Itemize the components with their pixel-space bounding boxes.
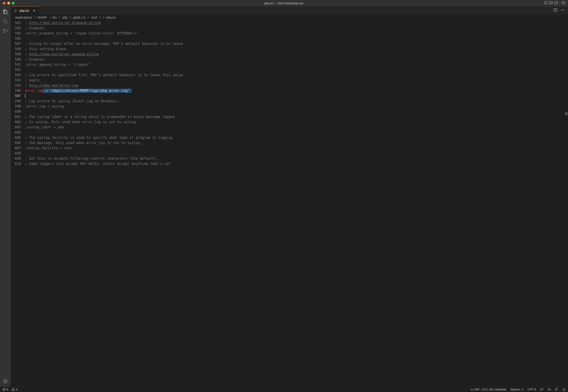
line-number: 595 [11, 83, 25, 88]
line-number: 594 [11, 78, 25, 83]
feedback-icon[interactable] [555, 388, 558, 391]
code-line[interactable]: 607;syslog.facility = user [11, 146, 568, 151]
code-line[interactable]: 592 [11, 67, 568, 73]
code-line[interactable]: 595; http://php.net/error-log [11, 83, 568, 88]
tab-bar: php.ini [11, 6, 568, 14]
minimap-viewport[interactable] [565, 112, 568, 115]
file-lines-icon [102, 16, 106, 19]
code-line[interactable]: 583; http://php.net/error-prepend-string [11, 20, 568, 26]
code-line[interactable]: 588; this setting blank. [11, 46, 568, 52]
chevron-right-icon [98, 16, 101, 19]
layout-right-icon[interactable] [554, 1, 558, 5]
line-number: 587 [11, 41, 25, 46]
line-content: ; Set this to disable filtering control … [25, 156, 158, 161]
search-icon[interactable] [2, 18, 9, 25]
breadcrumb-item[interactable]: conf [91, 16, 97, 19]
line-content: ; Example: [25, 57, 45, 62]
more-actions-icon[interactable] [561, 8, 565, 13]
code-line[interactable]: 590; Example: [11, 57, 568, 62]
status-warnings[interactable]: 0 [11, 388, 17, 391]
status-spaces[interactable]: Spaces: 2 [510, 388, 524, 391]
line-number: 588 [11, 46, 25, 52]
line-content: ; http://php.net/error-append-string [25, 52, 99, 57]
line-content: ;error_prepend_string = "<span style='co… [25, 31, 138, 36]
chevron-right-icon [69, 16, 72, 19]
code-line[interactable]: 604 [11, 130, 568, 135]
code-line[interactable]: 599;error_log = syslog [11, 104, 568, 109]
settings-gear-icon[interactable] [2, 378, 9, 384]
status-errors-count: 0 [7, 388, 8, 391]
code-line[interactable]: 601; The syslog ident is a string which … [11, 114, 568, 120]
bell-icon[interactable] [562, 388, 566, 391]
close-window-button[interactable] [3, 2, 5, 4]
minimap[interactable] [565, 20, 568, 387]
code-line[interactable]: 589; http://php.net/error-append-string [11, 52, 568, 57]
code-line[interactable]: 597 [11, 94, 568, 99]
code-line[interactable]: 606; the message. Only used when error_l… [11, 140, 568, 146]
code-line[interactable]: 600 [11, 109, 568, 114]
editor-column: php.ini ApplicationsMAMPbinphpphp8.1.0co… [11, 6, 568, 387]
code-line[interactable]: 594; empty. [11, 78, 568, 83]
svg-rect-2 [550, 1, 553, 4]
line-number: 603 [11, 125, 25, 130]
code-line[interactable]: 591;error_append_string = "</span>" [11, 62, 568, 67]
svg-point-10 [3, 29, 4, 30]
layout-customize-icon[interactable] [562, 1, 565, 5]
line-number: 606 [11, 140, 25, 146]
breadcrumb-item[interactable]: bin [53, 16, 57, 19]
svg-rect-0 [545, 1, 548, 4]
breadcrumb-item[interactable]: php.ini [102, 16, 116, 19]
status-bar: 0 0 Ln 597, Col 1 (52 selected) Spaces: … [0, 387, 568, 392]
title-layout-icons [544, 1, 565, 5]
code-line[interactable]: 585;error_prepend_string = "<span style=… [11, 31, 568, 36]
breadcrumb-item[interactable]: MAMP [38, 16, 47, 19]
activity-bar [0, 6, 11, 387]
code-line[interactable]: 608 [11, 151, 568, 156]
line-number: 584 [11, 26, 25, 31]
layout-bottom-icon[interactable] [549, 1, 553, 5]
tab-label: php.ini [19, 9, 29, 13]
code-line[interactable]: 584; Example: [11, 26, 568, 31]
split-editor-icon[interactable] [553, 8, 558, 13]
breadcrumb[interactable]: ApplicationsMAMPbinphpphp8.1.0confphp.in… [11, 14, 568, 20]
close-tab-icon[interactable] [32, 9, 36, 13]
svg-point-13 [5, 380, 6, 382]
status-language[interactable]: Ini [548, 388, 551, 391]
code-line[interactable]: 610; Some loggers only accept NVT-ASCII,… [11, 161, 568, 167]
line-number: 590 [11, 57, 25, 62]
maximize-window-button[interactable] [12, 2, 15, 4]
minimize-window-button[interactable] [7, 2, 10, 4]
source-control-icon[interactable] [2, 28, 9, 34]
code-line[interactable]: 587; String to output after an error mes… [11, 41, 568, 46]
line-number: 585 [11, 31, 25, 36]
line-number: 602 [11, 120, 25, 125]
line-content: ; to syslog. Only used when error_log is… [25, 120, 138, 125]
editor[interactable]: 583; http://php.net/error-prepend-string… [11, 20, 568, 387]
code-line[interactable]: 593; Log errors to specified file. PHP's… [11, 73, 568, 78]
code-line[interactable]: 596error_log = "/Applications/MAMP/logs/… [11, 88, 568, 94]
tab-php-ini[interactable]: php.ini [11, 6, 39, 14]
line-number: 597 [11, 94, 25, 99]
breadcrumb-item[interactable]: Applications [15, 16, 32, 19]
code-line[interactable]: 605; The syslog facility is used to spec… [11, 135, 568, 140]
chevron-right-icon [58, 16, 61, 19]
breadcrumb-item[interactable]: php8.1.0 [73, 16, 86, 19]
code-line[interactable]: 609; Set this to disable filtering contr… [11, 156, 568, 161]
line-number: 596 [11, 88, 25, 94]
breadcrumb-item[interactable]: php [62, 16, 67, 19]
explorer-icon[interactable] [2, 9, 9, 15]
code-line[interactable]: 586 [11, 36, 568, 41]
line-number: 599 [11, 104, 25, 109]
layout-left-icon[interactable] [544, 1, 548, 5]
line-number: 589 [11, 52, 25, 57]
code-line[interactable]: 598; Log errors to syslog (Event Log on … [11, 99, 568, 104]
code-line[interactable]: 603;syslog.ident = php [11, 125, 568, 130]
line-content: error_log = "/Applications/MAMP/logs/php… [25, 88, 132, 94]
status-eol[interactable]: LF [540, 388, 543, 391]
status-encoding[interactable]: UTF-8 [528, 388, 536, 391]
status-errors[interactable]: 0 [2, 388, 8, 391]
code-line[interactable]: 602; to syslog. Only used when error_log… [11, 120, 568, 125]
line-number: 583 [11, 20, 25, 26]
main-area: php.ini ApplicationsMAMPbinphpphp8.1.0co… [0, 6, 568, 387]
status-position[interactable]: Ln 597, Col 1 (52 selected) [471, 388, 506, 391]
